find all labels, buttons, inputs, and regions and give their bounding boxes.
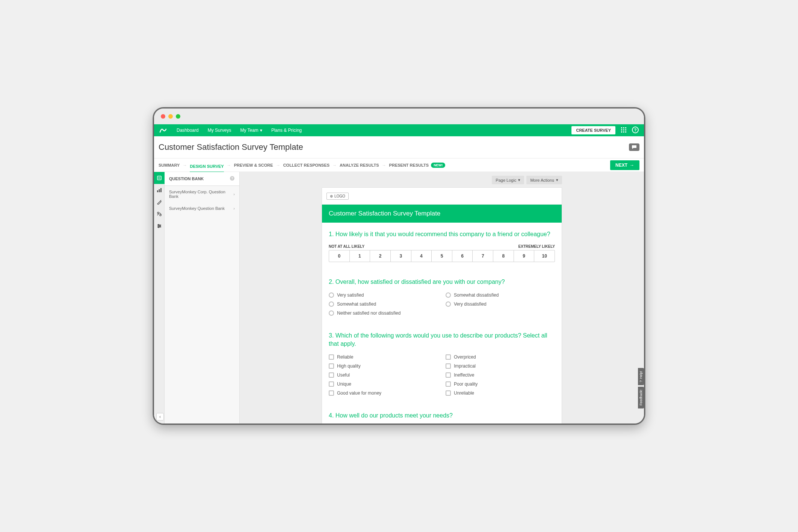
- svg-point-20: [160, 226, 161, 227]
- question-1: 1. How likely is it that you would recom…: [329, 230, 555, 262]
- page-logic-label: Page Logic: [496, 178, 516, 182]
- nps-cell-2[interactable]: 2: [370, 250, 391, 262]
- radio-option[interactable]: Very satisfied: [329, 292, 438, 298]
- panel-header: QUESTION BANK ?: [165, 172, 239, 186]
- checkbox-icon: [329, 390, 334, 396]
- rail-logic-icon[interactable]: [154, 208, 165, 220]
- caret-down-icon: ▾: [260, 128, 262, 133]
- sidebar-rail: [154, 172, 165, 423]
- workspace: QUESTION BANK ? SurveyMonkey Corp. Quest…: [154, 172, 644, 423]
- add-logo-label: LOGO: [334, 194, 345, 198]
- tab-summary[interactable]: SUMMARY: [159, 163, 180, 167]
- tab-preview-score[interactable]: PREVIEW & SCORE: [234, 163, 273, 167]
- tab-collect-responses[interactable]: COLLECT RESPONSES: [283, 163, 329, 167]
- feedback-tab[interactable]: Feedback!: [638, 387, 644, 408]
- checkbox-option[interactable]: Unique: [329, 381, 438, 387]
- tab-analyze-results[interactable]: ANALYZE RESULTS: [340, 163, 379, 167]
- checkbox-option[interactable]: Reliable: [329, 354, 438, 360]
- svg-rect-7: [623, 131, 624, 133]
- collapse-sidebar-button[interactable]: ‹: [156, 413, 164, 420]
- svg-rect-6: [621, 131, 622, 133]
- checkbox-option[interactable]: Good value for money: [329, 390, 438, 396]
- option-label: Overpriced: [454, 354, 476, 360]
- nps-cell-8[interactable]: 8: [493, 250, 514, 262]
- help-icon[interactable]: ?: [632, 127, 639, 134]
- apps-grid-icon[interactable]: [621, 127, 627, 134]
- page-logic-button[interactable]: Page Logic▾: [492, 176, 524, 184]
- survey-card: ⊕ LOGO Customer Satisfaction Survey Temp…: [322, 187, 562, 423]
- panel-header-label: QUESTION BANK: [169, 176, 204, 181]
- option-label: Unique: [337, 381, 351, 387]
- nav-dashboard[interactable]: Dashboard: [172, 124, 203, 136]
- option-label: Neither satisfied nor dissatisfied: [337, 310, 401, 316]
- nps-cell-0[interactable]: 0: [329, 250, 350, 262]
- page-title: Customer Satisfaction Survey Template: [159, 142, 303, 152]
- option-label: Very satisfied: [337, 292, 364, 298]
- window-maximize-dot[interactable]: [176, 114, 180, 119]
- radio-option[interactable]: Very dissatisfied: [446, 301, 555, 307]
- nps-cell-10[interactable]: 10: [534, 250, 555, 262]
- nps-cell-5[interactable]: 5: [432, 250, 452, 262]
- question-2-title[interactable]: 2. Overall, how satisfied or dissatisfie…: [329, 278, 555, 286]
- tab-present-results-label: PRESENT RESULTS: [389, 163, 429, 167]
- question-3-title[interactable]: 3. Which of the following words would yo…: [329, 332, 555, 348]
- question-bank-corp[interactable]: SurveyMonkey Corp. Question Bank ›: [165, 186, 239, 202]
- checkbox-option[interactable]: Unreliable: [446, 390, 555, 396]
- checkbox-option[interactable]: High quality: [329, 363, 438, 369]
- rail-builder-icon[interactable]: [154, 184, 165, 196]
- checkbox-option[interactable]: Overpriced: [446, 354, 555, 360]
- tab-present-results[interactable]: PRESENT RESULTS NEW!: [389, 163, 446, 168]
- nav-plans-pricing[interactable]: Plans & Pricing: [267, 124, 306, 136]
- nav-my-team[interactable]: My Team▾: [236, 124, 266, 136]
- nav-my-surveys[interactable]: My Surveys: [203, 124, 236, 136]
- nps-cell-4[interactable]: 4: [411, 250, 432, 262]
- window-close-dot[interactable]: [161, 114, 165, 119]
- nps-cell-6[interactable]: 6: [452, 250, 473, 262]
- next-button[interactable]: NEXT →: [610, 160, 639, 170]
- radio-icon: [329, 301, 334, 307]
- checkbox-icon: [329, 354, 334, 360]
- plus-icon: ⊕: [330, 194, 333, 198]
- help-dot-icon: ?: [639, 380, 643, 382]
- nps-cell-9[interactable]: 9: [514, 250, 535, 262]
- tab-design-survey[interactable]: DESIGN SURVEY: [190, 161, 224, 173]
- question-bank-main[interactable]: SurveyMonkey Question Bank ›: [165, 202, 239, 214]
- nps-cell-7[interactable]: 7: [473, 250, 493, 262]
- question-4-title[interactable]: 4. How well do our products meet your ne…: [329, 411, 555, 420]
- more-actions-button[interactable]: More Actions▾: [526, 176, 562, 184]
- checkbox-option[interactable]: Impractical: [446, 363, 555, 369]
- nps-cell-1[interactable]: 1: [350, 250, 370, 262]
- brand-logo-icon[interactable]: [159, 128, 167, 133]
- arrow-right-icon: →: [630, 163, 634, 168]
- option-label: Impractical: [454, 363, 476, 369]
- checkbox-option[interactable]: Ineffective: [446, 372, 555, 378]
- svg-rect-15: [159, 189, 160, 192]
- radio-option[interactable]: Neither satisfied nor dissatisfied: [329, 310, 438, 316]
- window-minimize-dot[interactable]: [168, 114, 173, 119]
- radio-icon: [446, 292, 451, 298]
- rail-question-bank-icon[interactable]: [154, 172, 165, 184]
- help-tab[interactable]: ?Help!: [638, 368, 644, 385]
- add-logo-button[interactable]: ⊕ LOGO: [326, 193, 349, 200]
- rail-options-icon[interactable]: [154, 220, 165, 232]
- rail-appearance-icon[interactable]: [154, 196, 165, 208]
- option-label: Reliable: [337, 354, 353, 360]
- question-1-title[interactable]: 1. How likely is it that you would recom…: [329, 230, 555, 238]
- breadcrumb-arrow-icon: →: [382, 163, 386, 167]
- radio-option[interactable]: Somewhat dissatisfied: [446, 292, 555, 298]
- create-survey-button[interactable]: CREATE SURVEY: [571, 126, 615, 134]
- nps-scale: 0 1 2 3 4 5 6 7 8 9 10: [329, 250, 555, 262]
- checkbox-option[interactable]: Useful: [329, 372, 438, 378]
- svg-rect-12: [158, 177, 160, 178]
- radio-icon: [446, 301, 451, 307]
- option-label: Useful: [337, 372, 350, 378]
- help-circle-icon[interactable]: ?: [230, 176, 235, 182]
- survey-title[interactable]: Customer Satisfaction Survey Template: [322, 205, 562, 223]
- nps-cell-3[interactable]: 3: [391, 250, 411, 262]
- device-frame: Dashboard My Surveys My Team▾ Plans & Pr…: [153, 107, 645, 425]
- checkbox-option[interactable]: Poor quality: [446, 381, 555, 387]
- svg-point-17: [157, 212, 159, 214]
- svg-point-18: [160, 214, 161, 216]
- comments-button[interactable]: [629, 143, 639, 151]
- radio-option[interactable]: Somewhat satisfied: [329, 301, 438, 307]
